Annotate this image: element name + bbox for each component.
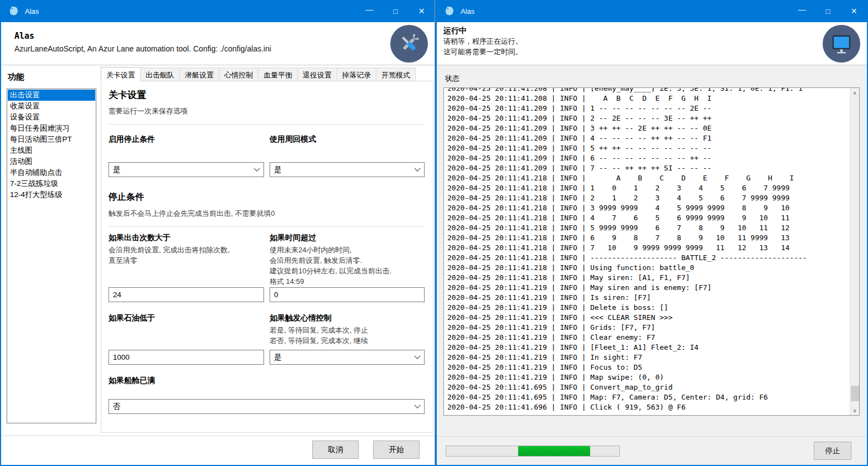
log-line: 2020-04-25 20:11:41.219 | INFO | Grids: …: [447, 323, 850, 333]
log-box: 2020-04-25 20:11:41.208 | INFO | [enemy_…: [443, 87, 860, 416]
maximize-button[interactable]: □: [383, 0, 409, 22]
settings-tabs: 关卡设置出击舰队潜艇设置心情控制血量平衡退役设置掉落记录开荒模式: [101, 68, 433, 81]
sidebar-item[interactable]: 收菜设置: [8, 101, 95, 112]
log-output: 2020-04-25 20:11:41.208 | INFO | [enemy_…: [444, 87, 850, 415]
if-dock-value: 否: [113, 402, 121, 412]
help-text: 直至清零: [108, 255, 264, 266]
sidebar-title: 功能: [8, 72, 101, 82]
app-subtitle: AzurLaneAutoScript, An Azur Lane automat…: [14, 44, 435, 53]
minimize-button[interactable]: —: [356, 0, 383, 22]
scroll-down-button[interactable]: ∨: [850, 406, 859, 415]
log-scrollbar[interactable]: ∧ ∨: [850, 88, 859, 415]
function-listbox: 出击设置收菜设置设备设置每日任务困难演习每日活动图三倍PT主线图活动图半自动辅助…: [7, 89, 96, 423]
chevron-down-icon: [414, 402, 420, 408]
tab[interactable]: 掉落记录: [337, 68, 376, 81]
screen: Alas — □ ✕ Alas AzurLaneAutoScript, An A…: [0, 0, 868, 466]
if-dock-select[interactable]: 否: [108, 399, 425, 414]
loop-mode-select[interactable]: 是: [270, 162, 425, 177]
run-status-lines: 请稍等，程序正在运行。这可能将需要一定时间。: [443, 36, 867, 57]
progress-fill: [518, 446, 590, 456]
start-button[interactable]: 开始: [373, 441, 420, 459]
run-status-title: 运行中: [443, 26, 867, 36]
help-text: 建议提前10分钟左右, 以完成当前出击.: [270, 266, 425, 276]
close-button[interactable]: ✕: [409, 0, 435, 22]
log-line: 2020-04-25 20:11:41.218 | INFO | 4 7 6 5…: [447, 213, 850, 223]
sidebar-item[interactable]: 半自动辅助点击: [8, 167, 95, 178]
log-line: 2020-04-25 20:11:41.218 | INFO | A B C D…: [447, 173, 850, 183]
close-button[interactable]: ✕: [841, 0, 867, 22]
log-line: 2020-04-25 20:11:41.219 | INFO | [Fleet_…: [447, 343, 850, 353]
log-line: 2020-04-25 20:11:41.218 | INFO | 6 9 8 7…: [447, 233, 850, 243]
sidebar-item[interactable]: 活动图: [8, 156, 95, 167]
sidebar-item[interactable]: 每日活动图三倍PT: [8, 134, 95, 145]
sidebar-item[interactable]: 12-4打大型练级: [8, 189, 95, 200]
loop-mode-value: 是: [274, 165, 282, 175]
maximize-icon: □: [394, 7, 398, 15]
tab[interactable]: 心情控制: [219, 68, 259, 81]
close-icon: ✕: [418, 7, 425, 15]
sidebar-item[interactable]: 主线图: [8, 145, 95, 156]
log-line: 2020-04-25 20:11:41.218 | INFO | -------…: [447, 253, 850, 263]
progress-bar: [446, 446, 620, 457]
stop-condition-heading: 停止条件: [108, 191, 425, 203]
panel-heading: 关卡设置: [108, 89, 425, 101]
run-header: 运行中 请稍等，程序正在运行。这可能将需要一定时间。: [437, 22, 867, 65]
function-sidebar: 功能 出击设置收菜设置设备设置每日任务困难演习每日活动图三倍PT主线图活动图半自…: [7, 65, 101, 433]
settings-body: 功能 出击设置收菜设置设备设置每日任务困难演习每日活动图三倍PT主线图活动图半自…: [1, 65, 435, 433]
tab[interactable]: 出击舰队: [140, 68, 180, 81]
tab[interactable]: 退役设置: [297, 68, 337, 81]
log-line: 2020-04-25 20:11:41.218 | INFO | 7 10 9 …: [447, 243, 850, 253]
sidebar-item[interactable]: 每日任务困难演习: [8, 123, 95, 134]
sidebar-item[interactable]: 出击设置: [8, 90, 95, 101]
app-title: Alas: [14, 31, 435, 41]
app-header: Alas AzurLaneAutoScript, An Azur Lane au…: [1, 22, 435, 65]
log-line: 2020-04-25 20:11:41.218 | INFO | May sir…: [447, 273, 850, 283]
sidebar-item[interactable]: 7-2三战拣垃圾: [8, 178, 95, 189]
if-emotion-label: 如果触发心情控制: [270, 313, 425, 323]
if-oil-input[interactable]: [108, 350, 264, 365]
monitor-badge: [823, 25, 860, 63]
if-emotion-select[interactable]: 是: [270, 350, 425, 365]
if-count-input[interactable]: [108, 287, 264, 302]
if-time-input[interactable]: [270, 287, 425, 302]
scroll-up-button[interactable]: ∧: [850, 88, 859, 97]
divider: [108, 124, 425, 125]
scrollbar-track[interactable]: [850, 97, 859, 406]
settings-window: Alas — □ ✕ Alas AzurLaneAutoScript, An A…: [0, 0, 435, 466]
enable-stop-select[interactable]: 是: [108, 162, 264, 177]
help-text: 若是, 等待回复, 完成本次, 停止: [270, 325, 425, 335]
cancel-button[interactable]: 取消: [312, 441, 359, 459]
run-status-line: 请稍等，程序正在运行。: [443, 36, 867, 46]
alas-logo-icon: [8, 5, 20, 17]
titlebar: Alas — □ ✕: [437, 0, 867, 22]
scrollbar-thumb[interactable]: [851, 386, 859, 401]
help-text: 格式 14:59: [270, 276, 425, 287]
if-emotion-help: 若是, 等待回复, 完成本次, 停止若否, 等待回复, 完成本次, 继续: [270, 325, 425, 346]
wrench-screwdriver-icon: [396, 31, 422, 56]
tab[interactable]: 关卡设置: [101, 67, 141, 81]
log-line: 2020-04-25 20:11:41.219 | INFO | Delete …: [447, 303, 850, 313]
tab[interactable]: 血量平衡: [258, 68, 298, 81]
minimize-icon: —: [366, 5, 374, 14]
chevron-down-icon: [414, 353, 420, 359]
divider: [108, 226, 425, 227]
sidebar-item[interactable]: 设备设置: [8, 112, 95, 123]
log-line: 2020-04-25 20:11:41.695 | INFO | Convert…: [447, 382, 850, 392]
tools-badge: [390, 25, 428, 63]
stop-button[interactable]: 停止: [814, 442, 851, 460]
if-oil-label: 如果石油低于: [108, 313, 264, 323]
log-line: 2020-04-25 20:11:41.218 | INFO | 5 9999 …: [447, 223, 850, 233]
log-line: 2020-04-25 20:11:41.219 | INFO | In sigh…: [447, 353, 850, 363]
log-line: 2020-04-25 20:11:41.208 | INFO | A B C D…: [447, 94, 850, 103]
minimize-button[interactable]: —: [789, 0, 815, 22]
if-time-label: 如果时间超过: [270, 233, 425, 243]
if-count-help: 会沿用先前设置, 完成出击将扣除次数,直至清零: [108, 245, 264, 266]
log-line: 2020-04-25 20:11:41.209 | INFO | 5 ++ ++…: [447, 143, 850, 153]
tab[interactable]: 潜艇设置: [179, 68, 219, 81]
enable-stop-label: 启用停止条件: [108, 134, 264, 144]
tab[interactable]: 开荒模式: [376, 68, 416, 81]
maximize-button[interactable]: □: [815, 0, 841, 22]
log-line: 2020-04-25 20:11:41.209 | INFO | 6 -- --…: [447, 153, 850, 163]
log-line: 2020-04-25 20:11:41.218 | INFO | 3 9999 …: [447, 203, 850, 213]
if-dock-label: 如果船舱已满: [108, 376, 425, 386]
